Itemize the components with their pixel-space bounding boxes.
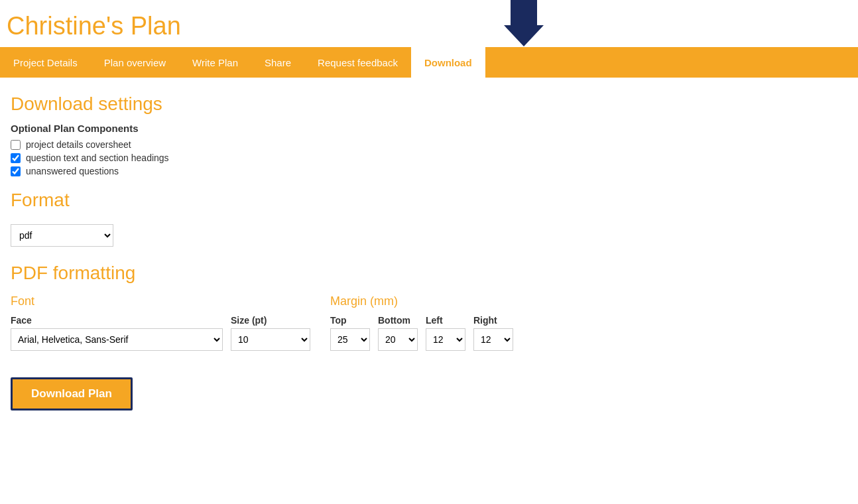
nav-item-share[interactable]: Share	[251, 47, 304, 78]
pdf-formatting-title: PDF formatting	[11, 263, 847, 284]
margin-bottom-field: Bottom 10 15 20 25 30	[378, 315, 418, 351]
format-select[interactable]: pdf docx	[11, 224, 113, 247]
margin-group-title: Margin (mm)	[330, 294, 513, 308]
margin-right-label: Right	[473, 315, 513, 326]
checkbox-question-text-input[interactable]	[11, 153, 21, 163]
margin-left-label: Left	[426, 315, 465, 326]
face-select[interactable]: Arial, Helvetica, Sans-Serif Times New R…	[11, 328, 223, 351]
checkbox-unanswered[interactable]: unanswered questions	[11, 166, 847, 176]
margin-top-select[interactable]: 10 15 20 25 30	[330, 328, 370, 351]
format-select-wrapper: pdf docx	[11, 224, 113, 247]
margin-bottom-label: Bottom	[378, 315, 418, 326]
format-section: Format pdf docx	[11, 190, 847, 247]
nav-item-plan-overview[interactable]: Plan overview	[91, 47, 179, 78]
margin-field-row: Top 10 15 20 25 30 Bottom 10	[330, 315, 513, 351]
nav-item-write-plan[interactable]: Write Plan	[179, 47, 251, 78]
nav-item-request-feedback[interactable]: Request feedback	[304, 47, 411, 78]
font-group: Font Face Arial, Helvetica, Sans-Serif T…	[11, 294, 310, 351]
optional-plan-components: Optional Plan Components project details…	[11, 123, 847, 176]
checkbox-unanswered-input[interactable]	[11, 166, 21, 176]
checkbox-coversheet-label: project details coversheet	[26, 139, 131, 150]
download-plan-button[interactable]: Download Plan	[11, 377, 133, 410]
margin-left-field: Left 8 10 12 15 20	[426, 315, 465, 351]
margin-top-field: Top 10 15 20 25 30	[330, 315, 370, 351]
size-select[interactable]: 8 9 10 11 12 14	[231, 328, 310, 351]
nav-item-download[interactable]: Download	[411, 47, 485, 78]
page-title: Christine's Plan	[7, 12, 851, 40]
margin-right-field: Right 8 10 12 15 20	[473, 315, 513, 351]
font-field-row: Face Arial, Helvetica, Sans-Serif Times …	[11, 315, 310, 351]
font-group-title: Font	[11, 294, 310, 308]
size-field: Size (pt) 8 9 10 11 12 14	[231, 315, 310, 351]
checkbox-question-text[interactable]: question text and section headings	[11, 153, 847, 163]
svg-marker-0	[504, 0, 544, 46]
margin-group: Margin (mm) Top 10 15 20 25 30 Bottom	[330, 294, 513, 351]
checkbox-coversheet[interactable]: project details coversheet	[11, 139, 847, 150]
size-label: Size (pt)	[231, 315, 310, 326]
pdf-formatting-section: PDF formatting Font Face Arial, Helvetic…	[11, 263, 847, 351]
pdf-formatting-row: Font Face Arial, Helvetica, Sans-Serif T…	[11, 294, 847, 351]
checkbox-unanswered-label: unanswered questions	[26, 166, 119, 176]
optional-components-label: Optional Plan Components	[11, 123, 847, 134]
nav-item-project-details[interactable]: Project Details	[0, 47, 91, 78]
face-field: Face Arial, Helvetica, Sans-Serif Times …	[11, 315, 223, 351]
download-settings-title: Download settings	[11, 94, 847, 115]
checkbox-question-text-label: question text and section headings	[26, 153, 169, 163]
page-header: Christine's Plan	[0, 0, 858, 47]
main-content: Download settings Optional Plan Componen…	[0, 78, 858, 424]
format-title: Format	[11, 190, 847, 211]
face-label: Face	[11, 315, 223, 326]
margin-left-select[interactable]: 8 10 12 15 20	[426, 328, 465, 351]
download-btn-container: Download Plan	[11, 377, 847, 410]
checkbox-coversheet-input[interactable]	[11, 140, 21, 150]
margin-top-label: Top	[330, 315, 370, 326]
margin-right-select[interactable]: 8 10 12 15 20	[473, 328, 513, 351]
nav-bar: Project Details Plan overview Write Plan…	[0, 47, 858, 78]
margin-bottom-select[interactable]: 10 15 20 25 30	[378, 328, 418, 351]
